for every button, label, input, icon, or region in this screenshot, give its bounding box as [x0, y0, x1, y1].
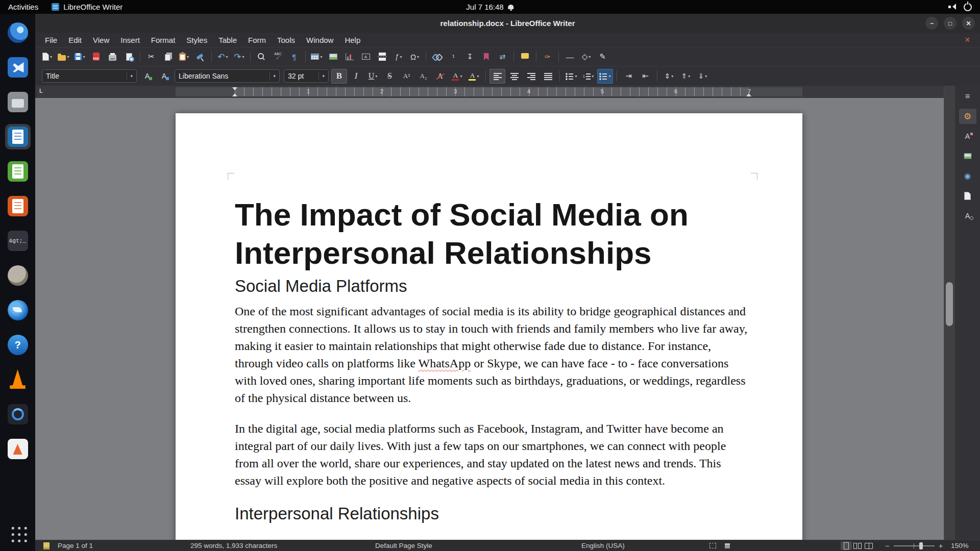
menu-view[interactable]: View: [87, 35, 115, 45]
focused-app-indicator[interactable]: LibreOffice Writer: [52, 3, 122, 11]
insert-cross-reference-button[interactable]: ⇄: [495, 49, 510, 64]
copy-button[interactable]: [160, 49, 176, 64]
document-title-text[interactable]: The Impact of Social Media on Interperso…: [235, 195, 750, 272]
underline-button[interactable]: U▾: [365, 69, 381, 84]
page-count-label[interactable]: Page 1 of 1: [58, 540, 93, 551]
sidebar-tab-style-inspector[interactable]: A: [959, 208, 976, 223]
find-replace-button[interactable]: [254, 49, 270, 64]
dock-libreoffice-calc[interactable]: [5, 159, 31, 184]
menu-styles[interactable]: Styles: [181, 35, 213, 45]
sidebar-tab-navigator[interactable]: ◉: [959, 168, 976, 184]
clock-area[interactable]: Jul 7 16:48: [466, 3, 513, 11]
insert-footnote-button[interactable]: ¹: [446, 49, 461, 64]
dock-help[interactable]: ?: [5, 332, 31, 358]
insert-field-button[interactable]: ƒ▾: [390, 49, 406, 64]
menu-table[interactable]: Table: [213, 35, 242, 45]
insert-line-button[interactable]: —: [562, 49, 578, 64]
insert-endnote-button[interactable]: ↧: [462, 49, 478, 64]
book-view-button[interactable]: [863, 541, 874, 550]
open-button[interactable]: ▾: [56, 49, 71, 64]
strikethrough-button[interactable]: S: [382, 69, 398, 84]
justify-button[interactable]: [540, 69, 556, 84]
decrease-paragraph-spacing-button[interactable]: ⇓▾: [695, 69, 710, 84]
sidebar-tab-styles[interactable]: A: [959, 129, 976, 144]
cut-button[interactable]: ✂: [143, 49, 159, 64]
insert-special-character-button[interactable]: Ω▾: [407, 49, 423, 64]
ordered-list-button[interactable]: 1▾: [580, 69, 596, 84]
single-page-view-button[interactable]: [841, 541, 852, 550]
multi-page-view-button[interactable]: [852, 541, 863, 550]
superscript-button[interactable]: A²: [399, 69, 414, 84]
dock-libreoffice-impress[interactable]: [5, 193, 31, 219]
menu-insert[interactable]: Insert: [115, 35, 145, 45]
menu-form[interactable]: Form: [242, 35, 272, 45]
sidebar-tab-properties[interactable]: ⚙: [959, 109, 976, 124]
heading-interpersonal-relationships[interactable]: Interpersonal Relationships: [235, 503, 750, 525]
zoom-slider[interactable]: [894, 540, 935, 551]
activities-button[interactable]: Activities: [8, 3, 38, 11]
highlight-color-button[interactable]: A▾: [466, 69, 482, 84]
page[interactable]: The Impact of Social Media on Interperso…: [176, 113, 802, 540]
dock-terminal[interactable]: &gt;_: [5, 228, 31, 254]
increase-indent-button[interactable]: ⇥: [621, 69, 636, 84]
font-size-combo[interactable]: 32 pt ▾: [284, 69, 329, 83]
insert-page-break-button[interactable]: [374, 49, 390, 64]
print-preview-button[interactable]: [121, 49, 137, 64]
undo-button[interactable]: ↶▾: [215, 49, 231, 64]
menu-edit[interactable]: Edit: [63, 35, 87, 45]
basic-shapes-button[interactable]: ◇▾: [578, 49, 594, 64]
clone-formatting-button[interactable]: [192, 49, 208, 64]
dock-software-store[interactable]: [5, 436, 31, 462]
right-indent-marker[interactable]: [746, 93, 751, 96]
dock-remote-app[interactable]: [5, 402, 31, 427]
document-info-icon-wrap[interactable]: [43, 540, 50, 551]
dock-thunderbird[interactable]: [5, 297, 31, 323]
dock-files[interactable]: [5, 89, 31, 115]
zoom-slider-thumb[interactable]: [919, 542, 923, 549]
misspelled-word[interactable]: WhatsApp: [419, 357, 471, 370]
insert-hyperlink-button[interactable]: [429, 49, 445, 64]
font-color-button[interactable]: A▾: [449, 69, 465, 84]
zoom-out-button[interactable]: −: [885, 540, 889, 551]
menu-tools[interactable]: Tools: [272, 35, 301, 45]
window-titlebar[interactable]: relationship.docx - LibreOffice Writer −…: [35, 14, 980, 33]
language-label[interactable]: English (USA): [581, 540, 625, 551]
first-line-indent-marker[interactable]: [232, 87, 237, 90]
dock-gimp[interactable]: [5, 263, 31, 288]
zoom-level-label[interactable]: 150%: [951, 540, 969, 551]
no-list-button[interactable]: ▾: [597, 69, 613, 84]
formatting-marks-button[interactable]: ¶: [286, 49, 302, 64]
sidebar-tab-page[interactable]: [959, 188, 976, 204]
new-document-button[interactable]: ▾: [39, 49, 55, 64]
document-canvas[interactable]: The Impact of Social Media on Interperso…: [35, 98, 944, 540]
insert-image-button[interactable]: [325, 49, 341, 64]
increase-paragraph-spacing-button[interactable]: ⇑▾: [678, 69, 694, 84]
update-style-button[interactable]: A: [139, 69, 155, 84]
text-area[interactable]: The Impact of Social Media on Interperso…: [235, 180, 750, 530]
insert-bookmark-button[interactable]: [478, 49, 494, 64]
subscript-button[interactable]: A₂: [415, 69, 431, 84]
modified-status-wrap[interactable]: [725, 540, 730, 551]
print-button[interactable]: [105, 49, 120, 64]
show-draw-functions-button[interactable]: ✎: [595, 49, 610, 64]
paragraph-style-combo[interactable]: Title ▾: [42, 69, 137, 83]
menu-help[interactable]: Help: [339, 35, 366, 45]
insert-textbox-button[interactable]: A: [358, 49, 374, 64]
selection-mode-wrap[interactable]: [709, 540, 716, 551]
vertical-scrollbar[interactable]: [944, 86, 954, 540]
scrollbar-thumb[interactable]: [946, 282, 953, 326]
show-applications-button[interactable]: [5, 520, 31, 546]
dock-vlc[interactable]: [5, 367, 31, 392]
insert-comment-button[interactable]: [517, 49, 533, 64]
close-document-button[interactable]: ✕: [962, 34, 973, 45]
dock-vscode[interactable]: [5, 55, 31, 80]
save-button[interactable]: ▾: [72, 49, 88, 64]
decrease-indent-button[interactable]: ⇤: [638, 69, 653, 84]
paste-button[interactable]: ▾: [176, 49, 192, 64]
bold-button[interactable]: B: [331, 69, 347, 84]
export-pdf-button[interactable]: PDF: [88, 49, 104, 64]
dock-firefox[interactable]: [5, 20, 31, 45]
page-style-label[interactable]: Default Page Style: [375, 540, 432, 551]
maximize-button[interactable]: □: [944, 17, 957, 30]
dock-libreoffice-writer[interactable]: [5, 124, 31, 149]
